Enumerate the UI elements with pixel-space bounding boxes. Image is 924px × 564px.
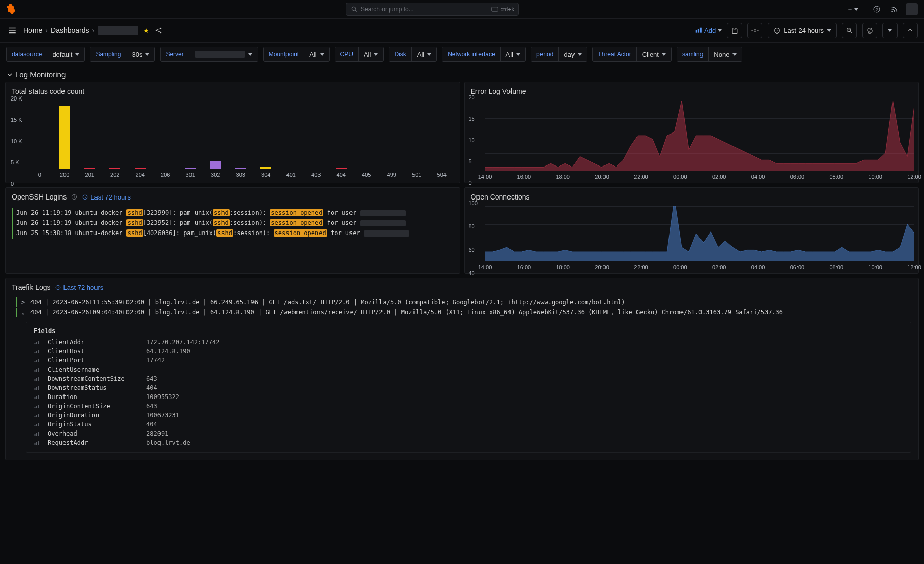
bar[interactable] [336, 168, 347, 169]
svg-rect-20 [35, 343, 36, 344]
variable-value-dropdown[interactable]: day [558, 47, 587, 61]
refresh-icon[interactable] [862, 23, 877, 38]
breadcrumb-home[interactable]: Home [23, 26, 42, 35]
svg-rect-54 [36, 442, 37, 445]
menu-toggle-icon[interactable] [6, 24, 18, 37]
bar[interactable] [135, 168, 146, 169]
variable-label: Threat Actor [593, 47, 636, 61]
variable-value-dropdown[interactable] [189, 47, 258, 61]
svg-rect-9 [696, 30, 697, 33]
section-header[interactable]: Log Monitoring [0, 66, 924, 82]
bars-icon [34, 394, 41, 400]
panel-timerange[interactable]: Last 72 hours [82, 193, 131, 201]
grafana-logo-icon [6, 4, 17, 15]
svg-rect-36 [36, 387, 37, 390]
variable-value-dropdown[interactable]: None [708, 47, 742, 61]
zoom-out-icon[interactable] [842, 23, 857, 38]
variable-value-dropdown[interactable]: Client [636, 47, 671, 61]
svg-rect-33 [36, 378, 37, 381]
svg-rect-37 [38, 386, 39, 390]
breadcrumb-dashboards[interactable]: Dashboards [51, 26, 89, 35]
breadcrumb-dashboard-name[interactable] [98, 26, 138, 35]
bar[interactable] [235, 168, 246, 169]
x-axis-label: 02:00 [712, 174, 726, 180]
svg-rect-32 [35, 379, 36, 381]
variable-label: Disk [389, 47, 411, 61]
svg-rect-30 [36, 369, 37, 372]
field-row: OriginContentSize643 [34, 402, 904, 411]
svg-rect-43 [38, 405, 39, 408]
x-axis-label: 206 [161, 172, 170, 178]
svg-rect-51 [36, 433, 37, 436]
settings-icon[interactable] [747, 23, 762, 38]
variable-value-dropdown[interactable]: All [358, 47, 383, 61]
panel-openssh-logins: OpenSSH Logins i Last 72 hours Jun 26 11… [5, 187, 460, 274]
x-axis-label: 02:00 [712, 264, 726, 270]
field-row: RequestAddrblog.lrvt.de [34, 438, 904, 447]
x-axis-label: 304 [261, 172, 270, 178]
variable-value-dropdown[interactable]: All [411, 47, 436, 61]
bar[interactable] [185, 168, 196, 169]
field-row: DownstreamStatus404 [34, 383, 904, 392]
field-row: Duration100955322 [34, 392, 904, 402]
breadcrumb: Home › Dashboards › [23, 26, 138, 35]
variable-value-dropdown[interactable]: 30s [126, 47, 154, 61]
info-icon[interactable]: i [71, 193, 78, 201]
svg-point-8 [160, 32, 162, 34]
svg-rect-29 [35, 370, 36, 372]
variable-value-dropdown[interactable]: default [47, 47, 84, 61]
add-panel-button[interactable]: Add [695, 27, 722, 35]
x-axis-label: 06:00 [790, 264, 805, 270]
log-line[interactable]: Jun 25 15:38:18 ubuntu-docker sshd[40260… [12, 228, 455, 238]
kiosk-toggle-icon[interactable] [903, 23, 918, 38]
global-search-input[interactable]: Search or jump to... ctrl+k [346, 3, 519, 16]
bars-icon [34, 385, 41, 391]
time-range-picker[interactable]: Last 24 hours [768, 23, 837, 38]
variable-sampling: Sampling30s [90, 47, 155, 62]
chevron-down-icon [7, 72, 12, 77]
save-dashboard-icon[interactable] [727, 23, 742, 38]
user-avatar[interactable] [906, 3, 918, 15]
svg-rect-28 [38, 359, 39, 362]
x-axis-label: 302 [211, 172, 220, 178]
svg-rect-44 [35, 416, 36, 417]
variable-datasource: datasourcedefault [6, 47, 85, 62]
x-axis-label: 22:00 [634, 264, 648, 270]
variable-threat-actor: Threat ActorClient [592, 47, 672, 62]
log-line[interactable]: Jun 26 11:19:19 ubuntu-docker sshd[32395… [12, 218, 455, 228]
x-axis-label: 20:00 [595, 264, 609, 270]
add-menu-button[interactable] [847, 4, 858, 15]
share-icon[interactable] [154, 26, 163, 35]
search-icon [351, 6, 358, 13]
svg-rect-47 [35, 425, 36, 426]
field-row: OriginStatus404 [34, 420, 904, 429]
x-axis-label: 16:00 [517, 174, 531, 180]
svg-rect-21 [36, 342, 37, 344]
log-line[interactable]: Jun 26 11:19:19 ubuntu-docker sshd[32399… [12, 208, 455, 218]
x-axis-label: 303 [236, 172, 245, 178]
panel-traefik-logs: Traefik Logs Last 72 hours >404 | 2023-0… [5, 278, 919, 460]
traefik-log-row[interactable]: ⌄404 | 2023-06-26T09:04:40+02:00 | blog.… [16, 308, 911, 317]
star-icon[interactable]: ★ [143, 27, 149, 35]
bar[interactable] [59, 106, 70, 169]
variable-value-dropdown[interactable]: All [304, 47, 329, 61]
panel-status-code-count: Total status code count 05 K10 K15 K20 K… [5, 82, 460, 183]
bar[interactable] [210, 161, 221, 169]
bar[interactable] [84, 168, 95, 169]
help-icon[interactable]: ? [871, 4, 882, 15]
rss-icon[interactable] [888, 4, 900, 15]
variable-value-dropdown[interactable]: All [500, 47, 525, 61]
top-right-controls: ? [847, 3, 918, 15]
svg-point-6 [156, 30, 157, 31]
refresh-interval-dropdown[interactable] [882, 23, 898, 38]
bar[interactable] [260, 167, 271, 169]
svg-rect-42 [36, 406, 37, 408]
panel-timerange[interactable]: Last 72 hours [55, 284, 104, 291]
x-axis-label: 08:00 [830, 264, 844, 270]
traefik-log-row[interactable]: >404 | 2023-06-26T11:55:39+02:00 | blog.… [16, 297, 911, 307]
bar[interactable] [109, 168, 120, 169]
svg-rect-31 [38, 368, 39, 372]
x-axis-label: 04:00 [751, 174, 766, 180]
x-axis-label: 403 [311, 172, 321, 178]
variable-bar: datasourcedefaultSampling30sServerMountp… [0, 43, 924, 66]
